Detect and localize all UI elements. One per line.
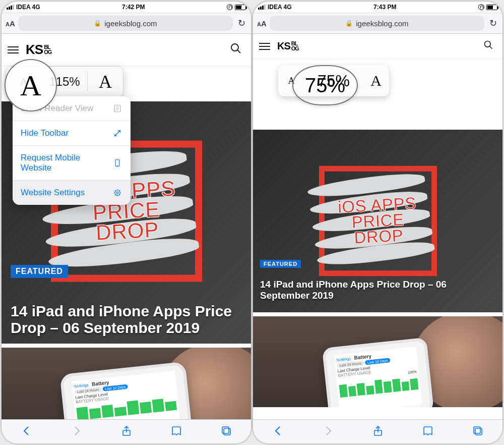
url-text: igeeksblog.com [356,19,408,28]
reader-icon [112,104,122,113]
back-button[interactable] [21,425,33,439]
forward-button [322,425,334,439]
second-article[interactable]: Settings Battery Last 24 HoursLast 10 Da… [2,348,251,419]
site-header: KS BLOG [253,34,502,59]
expand-icon [112,129,122,138]
hamburger-icon[interactable] [259,43,270,50]
phone-icon [112,158,122,168]
left-screenshot: IDEA 4G 7:42 PM AA 🔒 igeeksblog.com ↻ KS [2,2,251,443]
reload-button[interactable]: ↻ [236,18,247,29]
svg-point-0 [231,44,238,51]
gear-icon [112,188,122,197]
rotation-lock-icon [478,4,484,10]
lock-icon: 🔒 [345,20,353,27]
battery-icon [235,5,246,10]
rotation-lock-icon [227,4,233,10]
zoom-in-button[interactable]: A [363,72,389,89]
website-settings-button[interactable]: Website Settings [13,180,131,205]
battery-icon [486,5,497,10]
status-bar: IDEA 4G 7:43 PM [253,2,502,13]
bookmarks-button[interactable] [422,425,434,439]
svg-line-1 [237,50,240,53]
safari-url-bar: AA 🔒 igeeksblog.com ↻ [2,13,251,34]
featured-badge: FEATURED [260,260,301,268]
article-headline: 14 iPad and iPhone Apps Price Drop – 06 … [260,279,495,301]
zoom-in-button[interactable]: A [88,67,123,97]
svg-rect-17 [474,427,480,433]
site-logo: KS BLOG [26,42,51,58]
page-menu: Show Reader View Hide Toolbar Request Mo… [13,96,131,205]
right-screenshot: IDEA 4G 7:43 PM AA 🔒 igeeksblog.com ↻ KS [253,2,502,443]
hamburger-icon[interactable] [8,46,19,53]
highlight-circle: 75% [292,65,358,105]
signal-icon [258,5,266,10]
svg-point-8 [115,190,120,196]
safari-url-bar: AA 🔒 igeeksblog.com ↻ [253,13,502,34]
back-button[interactable] [272,425,284,439]
featured-badge: FEATURED [11,265,68,278]
url-field[interactable]: 🔒 igeeksblog.com [270,16,484,31]
text-size-button[interactable]: AA [6,19,15,28]
safari-toolbar [253,419,502,443]
svg-rect-11 [224,428,230,435]
search-icon[interactable] [483,40,493,52]
svg-rect-16 [475,428,482,435]
clock: 7:43 PM [373,4,396,11]
highlight-circle: A [5,59,57,112]
text-size-button[interactable]: AA [257,19,267,28]
search-icon[interactable] [230,42,242,58]
bookmarks-button[interactable] [170,425,182,439]
share-button[interactable] [372,425,384,439]
reload-button[interactable]: ↻ [487,18,498,29]
clock: 7:42 PM [122,4,145,11]
second-article[interactable]: Settings Battery Last 24 HoursLast 10 Da… [253,316,502,407]
tabs-button[interactable] [220,425,232,439]
status-bar: IDEA 4G 7:42 PM [2,2,251,13]
site-logo: KS BLOG [277,40,299,52]
hide-toolbar-button[interactable]: Hide Toolbar [13,121,131,145]
carrier-label: IDEA 4G [16,4,40,11]
svg-point-9 [116,192,118,194]
share-button[interactable] [120,425,133,439]
tabs-button[interactable] [472,425,484,439]
hero-article[interactable]: iOS APPS PRICE DROP FEATURED 14 iPad and… [253,130,502,312]
request-mobile-button[interactable]: Request Mobile Website [13,145,131,180]
url-field[interactable]: 🔒 igeeksblog.com [18,16,233,31]
signal-icon [7,5,14,10]
article-headline: 14 iPad and iPhone Apps Price Drop – 06 … [11,303,242,337]
url-text: igeeksblog.com [104,19,157,28]
carrier-label: IDEA 4G [268,4,292,11]
lock-icon: 🔒 [94,20,101,27]
svg-point-13 [485,41,491,47]
safari-toolbar [2,419,251,443]
forward-button [71,425,83,439]
svg-line-14 [490,46,492,49]
svg-rect-12 [222,427,229,433]
